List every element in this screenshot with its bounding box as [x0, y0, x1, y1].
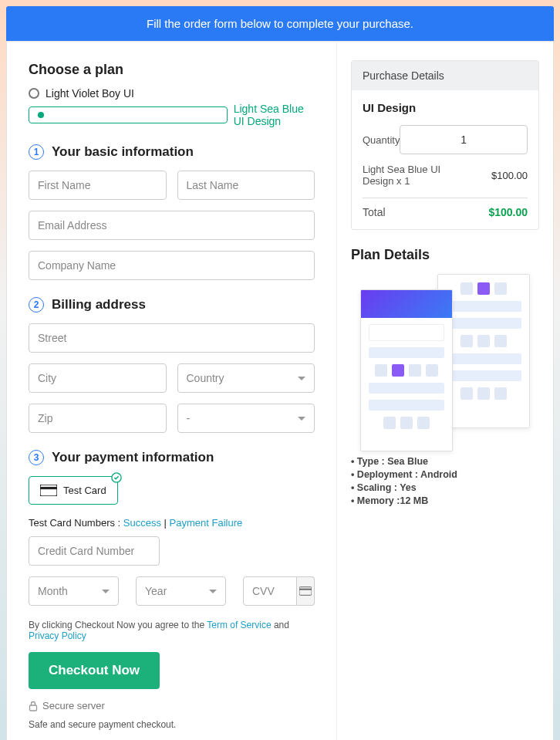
line-item-price: $100.00: [491, 170, 528, 181]
choose-plan-heading: Choose a plan: [29, 62, 315, 78]
tos-link[interactable]: Term of Service: [207, 620, 271, 630]
line-item-label: Light Sea Blue UI Design x 1: [363, 164, 463, 187]
step-3-badge: 3: [29, 450, 44, 465]
plan-label: Light Sea Blue UI Design: [234, 103, 315, 127]
failure-link[interactable]: Payment Failure: [170, 517, 243, 529]
section-1-title: Your basic information: [52, 144, 194, 160]
email-input[interactable]: [29, 211, 315, 240]
plan-bullet: Memory :12 MB: [351, 495, 539, 506]
company-input[interactable]: [29, 251, 315, 280]
section-3-title: Your payment information: [52, 450, 214, 465]
plan-bullet: Type : Sea Blue: [351, 456, 539, 467]
test-card-help: Test Card Numbers : Success | Payment Fa…: [29, 517, 315, 529]
quantity-label: Quantity: [363, 134, 400, 146]
plan-bullets: Type : Sea Blue Deployment : Android Sca…: [351, 456, 539, 506]
plan-details-heading: Plan Details: [351, 247, 539, 263]
total-amount: $100.00: [488, 206, 528, 218]
success-link[interactable]: Success: [123, 517, 161, 529]
year-placeholder: Year: [145, 585, 167, 597]
chevron-down-icon: [298, 377, 305, 380]
cvv-info-button[interactable]: [297, 576, 315, 606]
month-placeholder: Month: [38, 585, 68, 597]
test-card-label: Test Card: [63, 485, 106, 496]
svg-rect-0: [40, 485, 57, 496]
checkout-button[interactable]: Checkout Now: [29, 652, 160, 689]
year-select[interactable]: Year: [136, 576, 226, 606]
last-name-input[interactable]: [177, 171, 315, 200]
total-label: Total: [363, 206, 386, 218]
plan-option-violet[interactable]: Light Violet Boy UI: [29, 87, 315, 100]
street-input[interactable]: [29, 323, 315, 353]
svg-rect-4: [299, 589, 312, 590]
product-name: UI Design: [363, 101, 528, 114]
plan-option-seablue[interactable]: Light Sea Blue UI Design: [29, 103, 315, 127]
svg-rect-3: [299, 587, 312, 596]
country-placeholder: Country: [187, 372, 224, 384]
chevron-down-icon: [209, 590, 217, 593]
check-circle-icon: [111, 472, 122, 483]
plan-bullet: Scaling : Yes: [351, 482, 539, 493]
secure-server-text: Secure server: [42, 700, 105, 711]
city-input[interactable]: [29, 363, 167, 393]
privacy-link[interactable]: Privacy Policy: [29, 630, 86, 641]
section-2-title: Billing address: [52, 297, 146, 313]
state-placeholder: -: [187, 412, 191, 424]
first-name-input[interactable]: [29, 171, 167, 200]
cc-number-input[interactable]: [29, 536, 160, 566]
step-1-badge: 1: [29, 144, 44, 160]
month-select[interactable]: Month: [29, 576, 119, 606]
quantity-input[interactable]: [400, 125, 528, 154]
top-banner: Fill the order form below to complete yo…: [6, 6, 554, 41]
credit-card-icon: [299, 586, 312, 596]
test-card-option[interactable]: Test Card: [29, 476, 118, 505]
country-select[interactable]: Country: [177, 363, 315, 393]
svg-rect-1: [40, 487, 57, 489]
plan-label: Light Violet Boy UI: [46, 87, 134, 100]
lock-icon: [29, 701, 38, 711]
state-select[interactable]: -: [177, 404, 315, 433]
radio-checked-icon: [29, 106, 228, 123]
cvv-input[interactable]: [243, 576, 297, 606]
chevron-down-icon: [102, 590, 110, 593]
step-2-badge: 2: [29, 297, 44, 313]
purchase-panel-head: Purchase Details: [352, 61, 538, 90]
chevron-down-icon: [298, 417, 305, 421]
svg-rect-5: [30, 705, 37, 711]
plan-preview-thumbs: [360, 274, 530, 444]
zip-input[interactable]: [29, 404, 167, 433]
agree-text: By clicking Checkout Now you agree to th…: [29, 620, 315, 641]
radio-unchecked-icon: [29, 88, 39, 99]
safe-text: Safe and secure payment checkout.: [29, 719, 315, 730]
plan-bullet: Deployment : Android: [351, 469, 539, 480]
credit-card-icon: [40, 485, 57, 496]
purchase-panel: Purchase Details UI Design Quantity Ligh…: [351, 60, 539, 230]
